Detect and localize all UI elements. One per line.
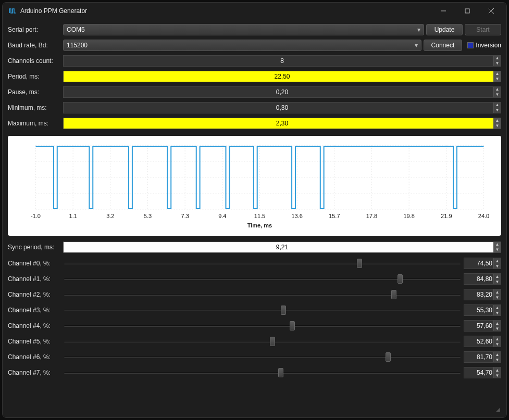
period-input[interactable]: 22,50 ▲▼ [63, 71, 501, 82]
slider-thumb[interactable] [281, 306, 286, 315]
slider-thumb[interactable] [357, 259, 362, 268]
svg-text:24.0: 24.0 [478, 213, 489, 219]
channel-value-input[interactable]: 55,30 ▲▼ [464, 304, 501, 316]
svg-text:19.8: 19.8 [403, 213, 414, 219]
channel-slider[interactable] [64, 336, 461, 347]
sync-period-value: 9,21 [276, 244, 288, 251]
slider-thumb[interactable] [290, 321, 295, 330]
slider-thumb[interactable] [398, 274, 403, 284]
spinner-arrows[interactable]: ▲▼ [493, 103, 501, 113]
channel-slider[interactable] [64, 305, 461, 315]
svg-text:5.3: 5.3 [144, 213, 152, 219]
pause-value: 0,20 [276, 88, 288, 96]
channel-row: Channel #4, %: 57,60 ▲▼ [8, 318, 501, 334]
svg-text:21.9: 21.9 [441, 213, 452, 219]
serial-port-label: Serial port: [8, 26, 61, 33]
spinner-arrows[interactable]: ▲▼ [493, 274, 501, 284]
svg-rect-1 [465, 9, 469, 13]
svg-text:3.2: 3.2 [106, 213, 114, 219]
baud-rate-combo[interactable]: 115200 ▾ [63, 40, 421, 51]
titlebar: Arduino PPM Generator [3, 3, 506, 19]
channel-row: Channel #5, %: 52,60 ▲▼ [8, 334, 501, 349]
channel-value: 52,60 [477, 338, 492, 345]
resize-grip[interactable]: ◢ [496, 406, 501, 413]
spinner-arrows[interactable]: ▲▼ [493, 336, 501, 347]
sync-period-input: 9,21 ▲▼ [63, 241, 501, 253]
chevron-down-icon: ▾ [417, 26, 420, 33]
channels-count-value: 8 [280, 57, 284, 65]
inversion-checkbox[interactable]: Inversion [464, 42, 501, 49]
period-label: Period, ms: [8, 73, 61, 80]
serial-port-combo[interactable]: COM5 ▾ [63, 24, 424, 35]
svg-text:1.1: 1.1 [69, 213, 77, 219]
checkbox-box [467, 42, 474, 48]
channel-slider[interactable] [64, 321, 461, 331]
channel-value: 57,60 [477, 322, 492, 329]
channel-value-input[interactable]: 52,60 ▲▼ [464, 336, 501, 347]
channel-slider[interactable] [64, 289, 461, 300]
minimum-input[interactable]: 0,30 ▲▼ [63, 102, 501, 113]
minimum-label: Minimum, ms: [8, 104, 61, 111]
app-window: Arduino PPM Generator Serial port: COM5 … [2, 2, 507, 418]
slider-thumb[interactable] [278, 368, 283, 377]
channel-slider[interactable] [64, 367, 461, 378]
period-value: 22,50 [274, 73, 290, 80]
channel-value-input[interactable]: 84,80 ▲▼ [464, 273, 501, 285]
serial-port-value: COM5 [67, 26, 85, 33]
channel-label: Channel #7, %: [8, 369, 61, 376]
channel-slider[interactable] [64, 274, 461, 284]
channel-row: Channel #6, %: 81,70 ▲▼ [8, 349, 501, 365]
spinner-arrows[interactable]: ▲▼ [493, 352, 501, 362]
slider-thumb[interactable] [391, 290, 396, 299]
channel-row: Channel #7, %: 54,70 ▲▼ [8, 365, 501, 380]
channel-value-input[interactable]: 57,60 ▲▼ [464, 320, 501, 332]
channel-slider[interactable] [64, 352, 461, 362]
svg-text:13.6: 13.6 [291, 213, 302, 219]
minimize-button[interactable] [431, 3, 455, 19]
baud-rate-label: Baud rate, Bd: [8, 42, 61, 49]
chart-svg: -1.01.13.25.37.39.411.513.615.717.819.82… [17, 142, 492, 231]
spinner-arrows[interactable]: ▲▼ [493, 321, 501, 331]
channel-row: Channel #1, %: 84,80 ▲▼ [8, 271, 501, 287]
svg-text:Time, ms: Time, ms [247, 222, 272, 228]
maximize-button[interactable] [455, 3, 479, 19]
channel-row: Channel #0, %: 74,50 ▲▼ [8, 256, 501, 271]
inversion-label: Inversion [476, 42, 501, 49]
sync-period-label: Sync period, ms: [8, 244, 61, 251]
channel-slider[interactable] [64, 258, 461, 269]
chevron-down-icon: ▾ [415, 42, 418, 49]
channel-label: Channel #0, %: [8, 260, 61, 267]
channel-value-input[interactable]: 74,50 ▲▼ [464, 258, 501, 269]
channel-value: 81,70 [477, 353, 492, 361]
channel-value-input[interactable]: 81,70 ▲▼ [464, 351, 501, 363]
spinner-arrows: ▲▼ [493, 242, 501, 252]
connect-button[interactable]: Connect [424, 40, 463, 51]
channel-value-input[interactable]: 83,20 ▲▼ [464, 289, 501, 300]
slider-thumb[interactable] [386, 352, 391, 362]
close-button[interactable] [479, 3, 503, 19]
channel-value: 55,30 [477, 307, 492, 314]
slider-thumb[interactable] [270, 337, 275, 346]
update-button[interactable]: Update [426, 24, 463, 35]
spinner-arrows[interactable]: ▲▼ [493, 367, 501, 378]
spinner-arrows[interactable]: ▲▼ [493, 305, 501, 315]
channel-value: 74,50 [477, 260, 492, 267]
spinner-arrows[interactable]: ▲▼ [493, 71, 501, 82]
spinner-arrows[interactable]: ▲▼ [493, 87, 501, 97]
channel-row: Channel #2, %: 83,20 ▲▼ [8, 287, 501, 302]
svg-text:15.7: 15.7 [329, 213, 340, 219]
start-button[interactable]: Start [465, 24, 501, 35]
channel-value-input[interactable]: 54,70 ▲▼ [464, 367, 501, 378]
pause-input[interactable]: 0,20 ▲▼ [63, 86, 501, 98]
maximum-input[interactable]: 2,30 ▲▼ [63, 118, 501, 129]
spinner-arrows[interactable]: ▲▼ [493, 289, 501, 300]
window-title: Arduino PPM Generator [20, 7, 87, 15]
channels-count-label: Channels count: [8, 57, 61, 65]
channel-value: 83,20 [477, 291, 492, 298]
svg-text:11.5: 11.5 [254, 213, 265, 219]
channel-label: Channel #5, %: [8, 338, 61, 345]
spinner-arrows[interactable]: ▲▼ [493, 258, 501, 269]
spinner-arrows[interactable]: ▲▼ [493, 56, 501, 66]
channels-count-input[interactable]: 8 ▲▼ [63, 55, 501, 67]
spinner-arrows[interactable]: ▲▼ [493, 118, 501, 129]
